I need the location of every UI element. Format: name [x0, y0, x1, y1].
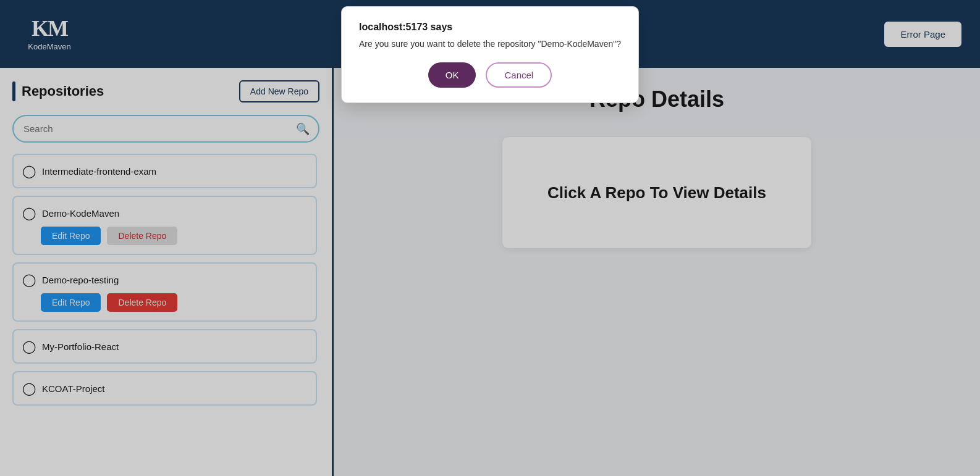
dialog-title: localhost:5173 says	[359, 22, 621, 33]
dialog-actions: OK Cancel	[359, 62, 621, 88]
dialog-overlay: localhost:5173 says Are you sure you wan…	[0, 0, 980, 476]
dialog-message: Are you sure you want to delete the repo…	[359, 39, 621, 49]
dialog-ok-button[interactable]: OK	[428, 62, 476, 88]
dialog-box: localhost:5173 says Are you sure you wan…	[341, 6, 639, 103]
dialog-cancel-button[interactable]: Cancel	[486, 62, 552, 88]
